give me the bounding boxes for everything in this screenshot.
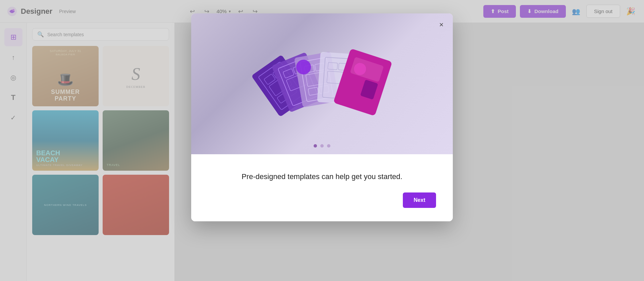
next-button[interactable]: Next [403, 192, 436, 208]
modal-close-button[interactable]: × [435, 19, 447, 31]
onboarding-modal: × [191, 13, 453, 221]
modal-image-section: × [191, 13, 453, 154]
modal-dots [314, 144, 330, 148]
dot-2[interactable] [320, 144, 324, 148]
modal-description: Pre-designed templates can help get you … [208, 168, 436, 186]
close-icon: × [439, 20, 444, 29]
modal-content-section: Pre-designed templates can help get you … [191, 154, 453, 221]
modal-overlay: × [0, 0, 644, 281]
modal-footer: Next [208, 192, 436, 208]
cards-fan-illustration [221, 34, 423, 141]
svg-point-30 [296, 60, 311, 74]
dot-1[interactable] [314, 144, 317, 148]
dot-3[interactable] [327, 144, 330, 148]
